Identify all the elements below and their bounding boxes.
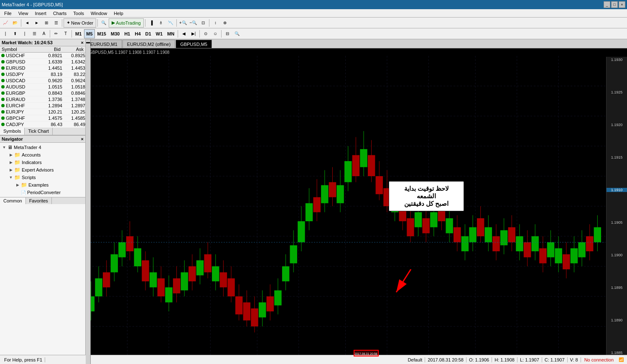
nav-item-periodconverter[interactable]: 📄 PeriodConverter (0, 189, 85, 196)
tab-symbols[interactable]: Symbols (0, 128, 25, 135)
menu-file[interactable]: File (1, 9, 15, 17)
chart-tab-eurusd-m2[interactable]: EURUSD,M2 (offline) (122, 40, 175, 48)
toolbar2-edit[interactable]: ✏ (51, 29, 61, 38)
arrow-btn[interactable]: ↕ (211, 18, 220, 28)
close-btn[interactable]: × (619, 1, 625, 8)
period-m15[interactable]: M15 (95, 29, 108, 38)
properties-btn[interactable]: ⊞ (42, 18, 51, 28)
ea-btn[interactable]: ☺ (211, 29, 220, 38)
zoom-out-btn[interactable]: −🔍 (189, 18, 199, 28)
menu-charts[interactable]: Charts (50, 9, 70, 17)
svg-rect-61 (235, 296, 242, 314)
candle-btn[interactable]: 🕯 (156, 18, 166, 28)
market-watch-close[interactable]: × (81, 40, 84, 45)
period-d1[interactable]: D1 (143, 29, 153, 38)
mw-symbol: EURJPY (6, 109, 39, 114)
terminal-btn[interactable]: ⊟ (223, 29, 232, 38)
mw-dot (1, 116, 5, 120)
menu-view[interactable]: View (15, 9, 32, 17)
templates-btn[interactable]: ☰ (51, 18, 61, 28)
mw-row-usdjpy[interactable]: USDJPY 83.19 83.22 (0, 71, 85, 78)
tab-tick-chart[interactable]: Tick Chart (25, 128, 53, 135)
toolbar2-btn1[interactable]: | (1, 29, 10, 38)
scroll-end-btn[interactable]: ▶| (189, 29, 198, 38)
period-w1[interactable]: W1 (154, 29, 165, 38)
period-m1[interactable]: M1 (73, 29, 84, 38)
mw-row-usdchf[interactable]: USDCHF 0.8921 0.8925 (0, 53, 85, 59)
open-btn[interactable]: 📂 (10, 18, 20, 28)
indicator-btn[interactable]: ⊙ (201, 29, 210, 38)
annotation-arrow (394, 269, 428, 295)
expand-icon-indicators: ▶ (8, 159, 14, 166)
mw-row-audusd[interactable]: AUDUSD 1.0515 1.0518 (0, 84, 85, 90)
toolbar2-btn3[interactable]: | (20, 29, 29, 38)
toolbar-sep-5 (176, 19, 177, 27)
chart-container[interactable]: GBPUSD,M5 1.1907 1.1908 1.1907 1.1908 1.… (86, 48, 627, 364)
nav-item-root[interactable]: ▼ 🖥 MetaTrader 4 (0, 144, 85, 151)
annotation-text: لاحظ توقيت بداية الشمعه (404, 185, 449, 200)
mw-row-cadjpy[interactable]: CADJPY 86.43 86.49 (0, 121, 85, 128)
open-price: O: 1.1906 (466, 357, 492, 362)
nav-item-experts[interactable]: ▶ 📁 Expert Advisors (0, 166, 85, 174)
forward-btn[interactable]: ► (32, 18, 41, 28)
window-controls[interactable]: _ □ × (604, 1, 625, 8)
datetime: 2017.08.31 20:58 (425, 357, 466, 362)
mw-row-eurjpy[interactable]: EURJPY 120.21 120.25 (0, 109, 85, 115)
toolbar2-btn2[interactable]: ⬆ (10, 29, 20, 38)
svg-rect-63 (243, 302, 250, 320)
navigator: Navigator × ▼ 🖥 MetaTrader 4 ▶ 📁 Account… (0, 136, 85, 364)
folder-icon-examples: 📁 (21, 182, 27, 188)
period-m5[interactable]: M5 (84, 29, 94, 38)
mw-row-eurusd[interactable]: EURUSD 1.4451 1.4453 (0, 65, 85, 71)
chart-tab-eurusd-m1[interactable]: EURUSD,M1 (86, 40, 122, 48)
svg-rect-29 (111, 254, 118, 272)
nav-tab-common[interactable]: Common (0, 197, 26, 204)
title-bar: MetaTrader 4 - [GBPUSD,M5] _ □ × (0, 0, 627, 9)
mw-row-eurchf[interactable]: EURCHF 1.2894 1.2897 (0, 103, 85, 109)
nav-item-examples[interactable]: ▶ 📁 Examples (0, 181, 85, 189)
period-h1[interactable]: H1 (122, 29, 132, 38)
menu-bar: File View Insert Charts Tools Window Hel… (0, 9, 627, 18)
nav-tab-favorites[interactable]: Favorites (26, 197, 52, 204)
navigator-close[interactable]: × (81, 136, 84, 142)
chart-zoom-in[interactable]: 🔍 (99, 18, 108, 28)
period-m30[interactable]: M30 (109, 29, 122, 38)
nav-root-label: MetaTrader 4 (14, 145, 41, 150)
nav-item-indicators[interactable]: ▶ 📁 Indicators (0, 159, 85, 166)
menu-insert[interactable]: Insert (31, 9, 50, 17)
mw-row-gbpusd[interactable]: GBPUSD 1.6339 1.6342 (0, 59, 85, 65)
bar-chart-btn[interactable]: ▐ (147, 18, 156, 28)
crosshair-btn[interactable]: ⊕ (220, 18, 229, 28)
period-prev-btn[interactable]: ◀ (179, 29, 189, 38)
mw-row-gbpchf[interactable]: GBPCHF 1.4575 1.4585 (0, 115, 85, 121)
line-btn[interactable]: 📉 (166, 18, 175, 28)
search-btn[interactable]: 🔍 (232, 29, 242, 38)
period-mn[interactable]: MN (165, 29, 176, 38)
maximize-btn[interactable]: □ (611, 1, 618, 8)
svg-rect-57 (220, 272, 227, 287)
period-h4[interactable]: H4 (133, 29, 143, 38)
minimize-btn[interactable]: _ (604, 1, 610, 8)
toolbar2-btn5[interactable]: A (39, 29, 48, 38)
mw-row-usdcad[interactable]: USDCAD 0.9620 0.9624 (0, 78, 85, 84)
mw-row-eurgbp[interactable]: EURGBP 0.8843 0.8846 (0, 90, 85, 96)
new-order-btn[interactable]: ✦ New Order (64, 18, 96, 28)
zoom-in-btn[interactable]: +🔍 (178, 18, 188, 28)
back-btn[interactable]: ◄ (23, 18, 32, 28)
nav-item-accounts[interactable]: ▶ 📁 Accounts (0, 151, 85, 159)
chart-tab-gbpusd-m5[interactable]: GBPUSD,M5 (176, 40, 212, 48)
zoom-all-btn[interactable]: ⊡ (199, 18, 208, 28)
svg-rect-83 (321, 185, 328, 203)
mw-ask: 86.49 (62, 122, 85, 127)
toolbar2-btn4[interactable]: ☰ (30, 29, 39, 38)
nav-item-scripts[interactable]: ▼ 📁 Scripts (0, 174, 85, 181)
new-chart-btn[interactable]: 📈 (1, 18, 10, 28)
v-tab-1[interactable]: ▐ (86, 39, 90, 47)
menu-tools[interactable]: Tools (70, 9, 87, 17)
mw-row-euraud[interactable]: EURAUD 1.3736 1.3748 (0, 96, 85, 103)
toolbar2-text[interactable]: T (61, 29, 70, 38)
price-4: 1.1915 (607, 155, 627, 159)
auto-trading-btn[interactable]: ▶ AutoTrading (109, 18, 144, 28)
menu-window[interactable]: Window (87, 9, 110, 17)
menu-help[interactable]: Help (110, 9, 127, 17)
